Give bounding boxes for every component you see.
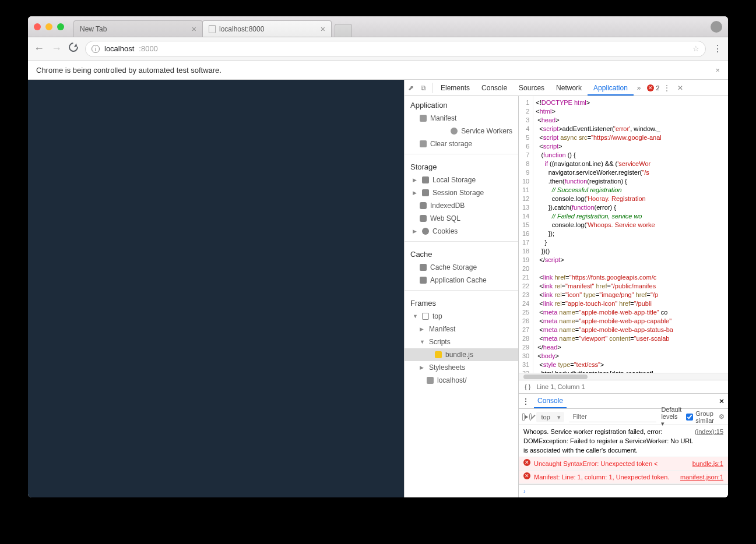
tab-application[interactable]: Application <box>588 80 634 96</box>
close-window-icon[interactable] <box>34 23 41 30</box>
console-prompt[interactable]: › <box>519 485 728 497</box>
group-similar-checkbox[interactable]: Group similar <box>686 410 714 424</box>
database-icon <box>420 202 427 209</box>
database-icon <box>420 215 427 222</box>
sidebar-item-top[interactable]: ▼top <box>405 310 518 323</box>
sidebar-item-cachestorage[interactable]: Cache Storage <box>405 261 518 274</box>
browser-tab-localhost[interactable]: localhost:8000 × <box>202 20 332 37</box>
browser-window: New Tab × localhost:8000 × ← → i localho… <box>28 16 728 497</box>
gear-icon <box>451 128 458 135</box>
console-drawer-tab[interactable]: Console <box>534 394 567 408</box>
profile-avatar-icon[interactable] <box>711 21 722 33</box>
log-source-link[interactable]: bundle.js:1 <box>692 459 723 468</box>
back-button[interactable]: ← <box>34 43 44 55</box>
close-tab-icon[interactable]: × <box>321 24 325 34</box>
context-selector[interactable]: top <box>536 412 564 422</box>
error-badge[interactable]: ✕2 <box>647 84 660 91</box>
expand-icon[interactable]: ▼ <box>413 313 419 319</box>
console-menu-icon[interactable]: ⋮ <box>522 397 529 405</box>
automation-infobar: Chrome is being controlled by automated … <box>28 61 728 80</box>
tab-console[interactable]: Console <box>476 80 513 96</box>
close-tab-icon[interactable]: × <box>192 24 196 34</box>
close-drawer-icon[interactable]: ✕ <box>719 397 725 405</box>
sidebar-item-manifest[interactable]: Manifest <box>405 112 518 125</box>
close-devtools-icon[interactable]: ✕ <box>674 84 687 92</box>
device-toggle-icon[interactable]: ⧉ <box>417 84 430 92</box>
expand-icon[interactable]: ▶ <box>420 326 426 332</box>
minimize-window-icon[interactable] <box>45 23 52 30</box>
expand-icon[interactable]: ▼ <box>420 339 426 345</box>
site-info-icon[interactable]: i <box>92 45 100 53</box>
code-lines: <!DOCTYPE html> <html> <head> <script>ad… <box>533 96 728 373</box>
inspect-element-icon[interactable]: ⬈ <box>405 84 417 92</box>
execution-context-icon[interactable] <box>522 413 525 421</box>
log-message: Whoops. Service worker registration fail… <box>523 427 695 455</box>
devtools-panel: ⬈ ⧉ Elements Console Sources Network App… <box>404 80 728 497</box>
page-viewport[interactable] <box>28 80 404 497</box>
sidebar-item-cookies[interactable]: ▶Cookies <box>405 225 518 238</box>
format-icon[interactable]: { } <box>525 383 530 390</box>
tab-network[interactable]: Network <box>550 80 588 96</box>
console-toolbar: top Default levels ▾ Group similar ⚙ <box>519 409 728 425</box>
log-source-link[interactable]: manifest.json:1 <box>680 472 723 482</box>
expand-icon[interactable]: ▶ <box>413 177 419 183</box>
console-filter-input[interactable] <box>569 411 656 422</box>
document-icon <box>427 377 434 384</box>
sidebar-item-clearstorage[interactable]: Clear storage <box>405 137 518 150</box>
log-row-error[interactable]: ✕ Manifest: Line: 1, column: 1, Unexpect… <box>519 471 728 484</box>
more-tabs-icon[interactable]: » <box>634 84 645 92</box>
expand-icon[interactable]: ▶ <box>413 228 419 234</box>
reload-button[interactable] <box>69 43 78 55</box>
sidebar-item-localstorage[interactable]: ▶Local Storage <box>405 174 518 186</box>
tab-label: localhost:8000 <box>219 25 264 33</box>
log-source-link[interactable]: (index):15 <box>695 427 723 455</box>
error-icon: ✕ <box>523 459 530 466</box>
toolbar: ← → i localhost:8000 ☆ ⋮ <box>28 37 728 61</box>
separator <box>432 83 432 93</box>
sidebar-item-appcache[interactable]: Application Cache <box>405 274 518 287</box>
sidebar-item-sessionstorage[interactable]: ▶Session Storage <box>405 186 518 199</box>
sidebar-item-frame-manifest[interactable]: ▶Manifest <box>405 323 518 335</box>
sidebar-item-serviceworkers[interactable]: Service Workers <box>405 125 518 137</box>
file-icon <box>209 25 216 33</box>
sidebar-item-websql[interactable]: Web SQL <box>405 212 518 225</box>
content-area: ⬈ ⧉ Elements Console Sources Network App… <box>28 80 728 497</box>
log-row[interactable]: Whoops. Service worker registration fail… <box>519 425 728 457</box>
console-settings-icon[interactable]: ⚙ <box>719 413 725 421</box>
devtools-menu-icon[interactable]: ⋮ <box>660 84 674 92</box>
checkbox[interactable] <box>686 414 693 421</box>
source-statusbar: { } Line 1, Column 1 <box>519 380 728 393</box>
expand-icon[interactable]: ▶ <box>413 190 419 196</box>
scroll-thumb[interactable] <box>523 375 588 379</box>
sidebar-item-stylesheets[interactable]: ▶Stylesheets <box>405 361 518 374</box>
bookmark-star-icon[interactable]: ☆ <box>692 44 699 53</box>
browser-menu-icon[interactable]: ⋮ <box>713 43 722 54</box>
tab-sources[interactable]: Sources <box>513 80 550 96</box>
devtools-tabs: ⬈ ⧉ Elements Console Sources Network App… <box>405 80 728 96</box>
sidebar-item-scripts[interactable]: ▼Scripts <box>405 335 518 348</box>
sidebar-item-localhost[interactable]: localhost/ <box>405 374 518 387</box>
clear-console-icon[interactable] <box>529 413 532 421</box>
sidebar-item-indexeddb[interactable]: IndexedDB <box>405 199 518 212</box>
log-level-dropdown[interactable]: Default levels ▾ <box>661 406 681 428</box>
browser-tab-newtab[interactable]: New Tab × <box>73 20 203 37</box>
devtools-body: Application Manifest Service Workers Cle… <box>405 96 728 497</box>
new-tab-button[interactable] <box>335 24 352 37</box>
horizontal-scrollbar[interactable] <box>519 373 728 380</box>
code-view[interactable]: 1234567891011121314151617181920212223242… <box>519 96 728 373</box>
log-row-error[interactable]: ✕ Uncaught SyntaxError: Unexpected token… <box>519 457 728 471</box>
sidebar-item-bundlejs[interactable]: bundle.js <box>405 348 518 361</box>
maximize-window-icon[interactable] <box>57 23 64 30</box>
close-infobar-icon[interactable]: × <box>715 66 720 75</box>
separator <box>405 290 518 291</box>
console-drawer: ⋮ Console ✕ top Default levels ▾ Group s… <box>519 393 728 497</box>
separator <box>405 241 518 242</box>
sidebar-group-frames: Frames <box>405 294 518 310</box>
expand-icon[interactable]: ▶ <box>420 365 426 370</box>
cookie-icon <box>422 228 429 235</box>
tab-elements[interactable]: Elements <box>435 80 476 96</box>
titlebar: New Tab × localhost:8000 × <box>28 16 728 37</box>
table-icon <box>422 189 429 196</box>
address-bar[interactable]: i localhost:8000 ☆ <box>85 41 706 57</box>
forward-button[interactable]: → <box>51 43 62 55</box>
